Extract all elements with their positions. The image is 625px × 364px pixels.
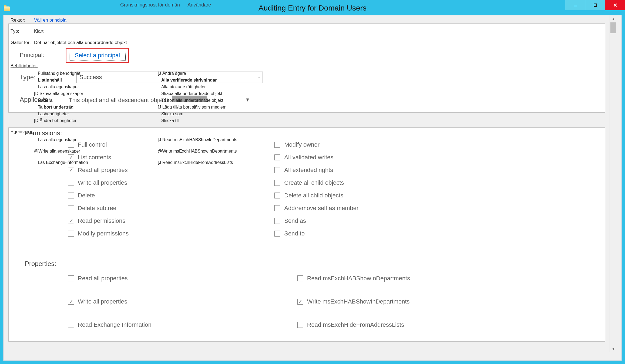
checkbox-label: Full control [78,141,107,148]
ghost-l6: Läsbehörigheter [38,112,69,116]
checkbox[interactable] [274,142,280,148]
checkbox[interactable] [274,231,280,237]
ghost-l2: Läsa alla egenskaper [38,85,79,89]
checkbox[interactable] [68,218,74,224]
checkbox-row[interactable]: Read all properties [68,167,129,174]
checkbox-row[interactable]: Read permissions [68,217,129,224]
checkbox-row[interactable]: All validated writes [274,154,358,161]
checkbox-row[interactable]: Add/remove self as member [274,205,358,212]
checkbox[interactable] [274,205,280,211]
checkbox[interactable] [68,193,74,198]
checkbox-row[interactable]: Modify owner [274,141,358,148]
checkbox-row[interactable]: Modify permissions [68,230,129,237]
checkbox-row[interactable]: Create all child objects [274,179,358,186]
checkbox[interactable] [274,193,280,198]
checkbox-row[interactable]: Read msExchHABShowInDepartments [297,275,410,282]
client-area: Rektor: Välj en principia Typ: Klart Gäl… [3,15,622,361]
checkbox-label: Create all child objects [284,179,344,186]
ghost-rektor: Rektor: [11,18,25,23]
ghost-galler: Gäller för: [11,40,31,45]
close-icon [613,3,617,7]
maximize-button[interactable] [585,0,605,10]
checkbox[interactable] [274,167,280,173]
checkbox-row[interactable]: Delete [68,192,129,199]
checkbox[interactable] [274,218,280,224]
ghost-tab-1: Granskningspost för domän [120,2,180,8]
ghost-r5: [J Lägg till/ta bort själv som medlem [158,105,226,110]
checkbox-row[interactable]: Read msExchHideFromAddressLists [297,321,410,328]
checkbox[interactable] [68,299,74,305]
select-principal-highlight: Select a principal [66,48,129,63]
checkbox-label: Read all properties [78,275,128,282]
checkbox[interactable] [68,142,74,148]
vertical-scrollbar[interactable]: ▲ ▼ [610,15,617,352]
ghost-pl0: Läsa alla egenskaper [38,137,79,142]
ghost-r0: [J Ändra ägare [158,71,186,76]
checkbox[interactable] [68,275,74,281]
minimize-icon [573,3,577,7]
checkbox-row[interactable]: Delete all child objects [274,192,358,199]
checkbox-label: Delete subtree [78,205,116,212]
checkbox-label: Read all properties [78,167,128,174]
ghost-l0: Fullständig behörighet [38,71,80,76]
checkbox-label: All validated writes [284,154,333,161]
ghost-tabs: Granskningspost för domän Användare [120,2,211,8]
properties-heading: Properties: [25,260,56,268]
scroll-thumb[interactable] [610,22,616,33]
checkbox-label: Delete all child objects [284,192,343,199]
chevron-down-icon: ▾ [246,96,249,103]
checkbox-row[interactable]: All extended rights [274,167,358,174]
checkbox[interactable] [68,180,74,186]
permissions-col-left: Full controlList contentsRead all proper… [68,141,129,237]
checkbox-row[interactable]: Read Exchange Information [68,321,152,328]
window-controls [565,0,625,10]
ghost-r4: Ta bort alla underordnade objekt [161,98,223,103]
checkbox-row[interactable]: Write msExchHABShowInDepartments [297,298,410,305]
principal-label: Principal: [20,52,44,59]
ghost-l4: Radera [38,98,52,103]
checkbox-label: Add/remove self as member [284,205,358,212]
ghost-r2: Alla utökade rättigheter [161,85,206,89]
svg-rect-1 [594,4,597,6]
checkbox-row[interactable]: Send as [274,217,358,224]
checkbox[interactable] [297,299,303,305]
checkbox-row[interactable]: Delete subtree [68,205,129,212]
minimize-button[interactable] [565,0,585,10]
scroll-down-icon[interactable]: ▼ [610,345,617,352]
checkbox[interactable] [68,154,74,160]
checkbox-label: Modify permissions [78,230,129,237]
checkbox[interactable] [68,231,74,237]
checkbox-label: Read msExchHABShowInDepartments [307,275,410,282]
scroll-up-icon[interactable]: ▲ [610,15,617,22]
properties-col-left: Read all propertiesWrite all propertiesR… [68,275,152,328]
close-button[interactable] [605,0,625,10]
checkbox[interactable] [297,275,303,281]
ghost-pr1: @Write msExchHABShowInDepartments [158,149,237,154]
checkbox-row[interactable]: Write all properties [68,298,152,305]
checkbox[interactable] [68,167,74,173]
checkbox[interactable] [297,322,303,328]
ghost-r1: Alla verifierade skrivningar [161,78,217,83]
ghost-pl2: Läs Exchange-information [38,160,88,165]
checkbox[interactable] [274,154,280,160]
checkbox-label: All extended rights [284,167,333,174]
checkbox-label: Delete [78,192,95,199]
ghost-pr0: [J Read msExchHABShowInDepartments [158,137,237,142]
chevron-down-icon: ▾ [258,75,260,79]
checkbox[interactable] [274,180,280,186]
window-title: Auditing Entry for Domain Users [258,4,367,12]
permissions-panel: Permissions: Full controlList contentsRe… [8,127,605,342]
checkbox-row[interactable]: Write all properties [68,179,129,186]
checkbox-row[interactable]: Read all properties [68,275,152,282]
ghost-egenskaper: Egenskaper: [11,129,36,134]
checkbox-label: Read permissions [78,217,125,224]
maximize-icon [593,3,597,7]
window: Granskningspost för domän Användare Audi… [0,0,625,364]
checkbox-row[interactable]: Send to [274,230,358,237]
checkbox[interactable] [68,205,74,211]
checkbox-label: Write all properties [78,298,127,305]
applies-combo[interactable]: This object and all descendant objects ▾ [66,94,252,105]
checkbox[interactable] [68,322,74,328]
select-principal-link[interactable]: Select a principal [69,50,126,61]
ghost-galler-val: Det här objektet och alla underordnade o… [34,40,127,45]
